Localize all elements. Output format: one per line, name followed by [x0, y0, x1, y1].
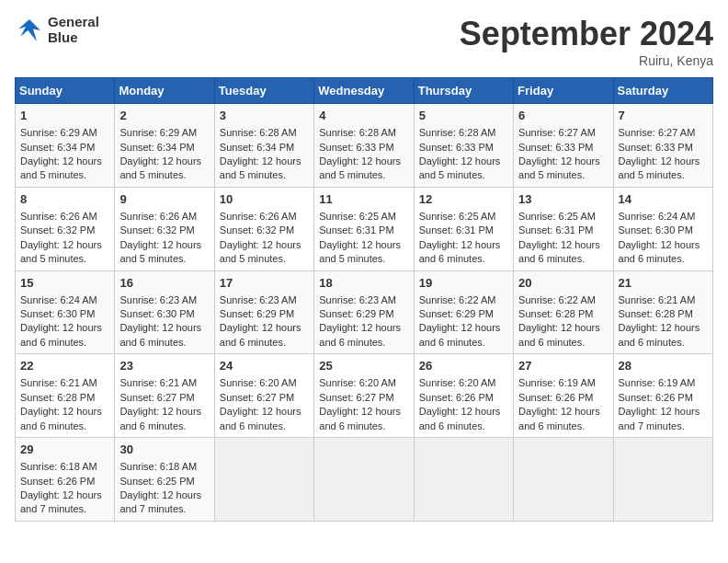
calendar-cell: 16Sunrise: 6:23 AMSunset: 6:30 PMDayligh…	[115, 270, 214, 354]
daylight-text: Daylight: 12 hours and 6 minutes.	[419, 322, 501, 347]
daylight-text: Daylight: 12 hours and 6 minutes.	[119, 322, 201, 347]
sunset-text: Sunset: 6:33 PM	[319, 142, 393, 153]
title-section: September 2024 Ruiru, Kenya	[460, 15, 713, 68]
page-header: General Blue September 2024 Ruiru, Kenya	[15, 15, 713, 68]
day-number: 29	[20, 442, 109, 458]
calendar-cell	[514, 438, 613, 522]
calendar-cell: 28Sunrise: 6:19 AMSunset: 6:26 PMDayligh…	[613, 354, 712, 438]
calendar-cell: 20Sunrise: 6:22 AMSunset: 6:28 PMDayligh…	[514, 270, 613, 354]
header-thursday: Thursday	[414, 78, 513, 104]
sunset-text: Sunset: 6:26 PM	[619, 392, 693, 403]
sunrise-text: Sunrise: 6:21 AM	[119, 377, 197, 388]
sunset-text: Sunset: 6:33 PM	[619, 142, 693, 153]
calendar-cell: 2Sunrise: 6:29 AMSunset: 6:34 PMDaylight…	[115, 104, 214, 188]
calendar-cell: 12Sunrise: 6:25 AMSunset: 6:31 PMDayligh…	[414, 187, 513, 270]
sunrise-text: Sunrise: 6:25 AM	[518, 211, 596, 222]
calendar-week-2: 8Sunrise: 6:26 AMSunset: 6:32 PMDaylight…	[16, 187, 713, 270]
sunrise-text: Sunrise: 6:26 AM	[20, 211, 97, 222]
header-monday: Monday	[115, 78, 214, 104]
sunrise-text: Sunrise: 6:25 AM	[319, 211, 396, 222]
daylight-text: Daylight: 12 hours and 5 minutes.	[419, 155, 501, 180]
daylight-text: Daylight: 12 hours and 7 minutes.	[119, 489, 201, 514]
daylight-text: Daylight: 12 hours and 5 minutes.	[619, 155, 700, 180]
daylight-text: Daylight: 12 hours and 5 minutes.	[319, 155, 401, 180]
month-title: September 2024	[460, 15, 713, 53]
sunrise-text: Sunrise: 6:26 AM	[119, 211, 197, 222]
daylight-text: Daylight: 12 hours and 6 minutes.	[619, 322, 700, 347]
daylight-text: Daylight: 12 hours and 5 minutes.	[220, 155, 301, 180]
day-number: 28	[619, 358, 708, 374]
daylight-text: Daylight: 12 hours and 6 minutes.	[619, 239, 700, 264]
sunset-text: Sunset: 6:27 PM	[319, 392, 393, 403]
calendar-cell: 17Sunrise: 6:23 AMSunset: 6:29 PMDayligh…	[214, 270, 313, 354]
day-number: 26	[419, 358, 508, 374]
sunrise-text: Sunrise: 6:26 AM	[220, 211, 297, 222]
sunset-text: Sunset: 6:32 PM	[220, 224, 294, 236]
sunset-text: Sunset: 6:34 PM	[220, 142, 294, 153]
sunrise-text: Sunrise: 6:21 AM	[619, 294, 696, 305]
day-number: 8	[20, 191, 109, 208]
calendar-cell	[613, 438, 712, 522]
day-number: 14	[619, 191, 708, 208]
day-number: 13	[518, 191, 608, 208]
sunrise-text: Sunrise: 6:22 AM	[518, 294, 596, 305]
calendar-body: 1Sunrise: 6:29 AMSunset: 6:34 PMDaylight…	[16, 104, 713, 522]
day-number: 19	[419, 275, 508, 292]
calendar-cell: 4Sunrise: 6:28 AMSunset: 6:33 PMDaylight…	[314, 104, 414, 188]
sunrise-text: Sunrise: 6:20 AM	[419, 377, 496, 388]
sunrise-text: Sunrise: 6:19 AM	[518, 377, 596, 388]
day-number: 4	[319, 108, 408, 124]
day-number: 11	[319, 191, 408, 208]
calendar-week-5: 29Sunrise: 6:18 AMSunset: 6:26 PMDayligh…	[16, 438, 713, 522]
calendar-cell: 27Sunrise: 6:19 AMSunset: 6:26 PMDayligh…	[514, 354, 613, 438]
sunset-text: Sunset: 6:31 PM	[518, 224, 593, 236]
day-number: 12	[419, 191, 508, 208]
sunrise-text: Sunrise: 6:24 AM	[619, 211, 696, 222]
day-number: 5	[419, 108, 508, 124]
calendar-cell: 10Sunrise: 6:26 AMSunset: 6:32 PMDayligh…	[214, 187, 313, 270]
daylight-text: Daylight: 12 hours and 7 minutes.	[20, 489, 102, 514]
calendar-cell: 5Sunrise: 6:28 AMSunset: 6:33 PMDaylight…	[414, 104, 513, 188]
day-number: 23	[119, 358, 209, 374]
calendar-cell: 24Sunrise: 6:20 AMSunset: 6:27 PMDayligh…	[214, 354, 313, 438]
calendar-week-3: 15Sunrise: 6:24 AMSunset: 6:30 PMDayligh…	[16, 270, 713, 354]
day-number: 6	[518, 108, 608, 124]
calendar-cell: 23Sunrise: 6:21 AMSunset: 6:27 PMDayligh…	[115, 354, 214, 438]
logo-text: General Blue	[48, 15, 99, 45]
daylight-text: Daylight: 12 hours and 6 minutes.	[319, 406, 401, 431]
calendar-cell	[414, 438, 513, 522]
sunset-text: Sunset: 6:26 PM	[419, 392, 494, 403]
daylight-text: Daylight: 12 hours and 6 minutes.	[20, 406, 102, 431]
daylight-text: Daylight: 12 hours and 6 minutes.	[220, 406, 301, 431]
sunset-text: Sunset: 6:33 PM	[419, 142, 494, 153]
daylight-text: Daylight: 12 hours and 6 minutes.	[119, 406, 201, 431]
day-number: 18	[319, 275, 408, 292]
daylight-text: Daylight: 12 hours and 6 minutes.	[319, 322, 401, 347]
day-number: 22	[20, 358, 109, 374]
sunrise-text: Sunrise: 6:18 AM	[119, 461, 197, 472]
sunrise-text: Sunrise: 6:23 AM	[220, 294, 297, 305]
calendar-cell: 18Sunrise: 6:23 AMSunset: 6:29 PMDayligh…	[314, 270, 414, 354]
day-number: 3	[220, 108, 309, 124]
sunset-text: Sunset: 6:26 PM	[518, 392, 593, 403]
calendar-cell: 11Sunrise: 6:25 AMSunset: 6:31 PMDayligh…	[314, 187, 414, 270]
header-wednesday: Wednesday	[314, 78, 414, 104]
sunset-text: Sunset: 6:34 PM	[20, 142, 95, 153]
sunset-text: Sunset: 6:31 PM	[419, 224, 494, 236]
sunset-text: Sunset: 6:29 PM	[319, 308, 393, 319]
logo: General Blue	[15, 15, 99, 45]
calendar-table: Sunday Monday Tuesday Wednesday Thursday…	[15, 77, 713, 522]
sunset-text: Sunset: 6:25 PM	[119, 476, 194, 487]
sunset-text: Sunset: 6:29 PM	[419, 308, 494, 319]
daylight-text: Daylight: 12 hours and 6 minutes.	[518, 239, 600, 264]
calendar-cell: 14Sunrise: 6:24 AMSunset: 6:30 PMDayligh…	[613, 187, 712, 270]
calendar-cell: 25Sunrise: 6:20 AMSunset: 6:27 PMDayligh…	[314, 354, 414, 438]
header-friday: Friday	[514, 78, 613, 104]
calendar-cell: 15Sunrise: 6:24 AMSunset: 6:30 PMDayligh…	[16, 270, 115, 354]
daylight-text: Daylight: 12 hours and 5 minutes.	[319, 239, 401, 264]
sunset-text: Sunset: 6:28 PM	[20, 392, 95, 403]
logo-icon	[15, 16, 44, 45]
daylight-text: Daylight: 12 hours and 6 minutes.	[419, 239, 501, 264]
header-row: Sunday Monday Tuesday Wednesday Thursday…	[16, 78, 713, 104]
sunrise-text: Sunrise: 6:29 AM	[119, 127, 197, 138]
